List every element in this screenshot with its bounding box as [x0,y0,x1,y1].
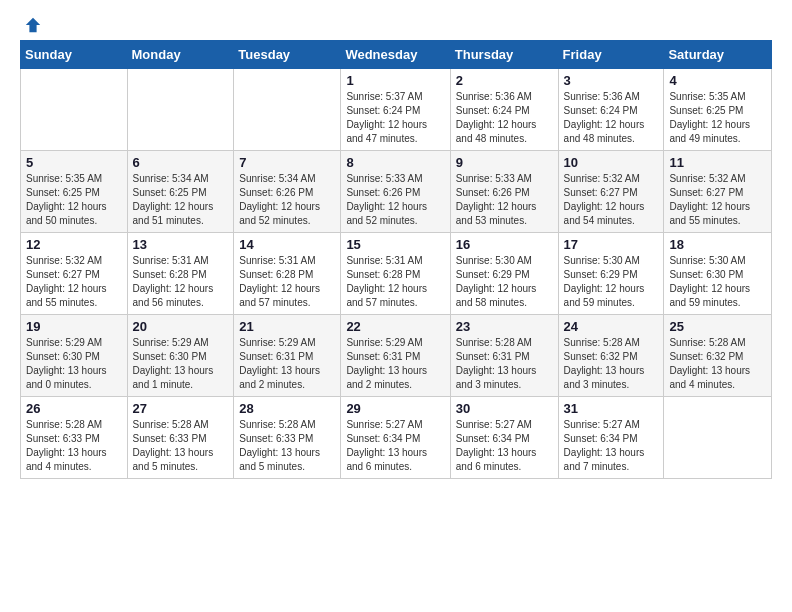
day-number: 21 [239,319,335,334]
day-header-monday: Monday [127,41,234,69]
day-number: 22 [346,319,444,334]
calendar-cell: 29Sunrise: 5:27 AM Sunset: 6:34 PM Dayli… [341,397,450,479]
day-info: Sunrise: 5:32 AM Sunset: 6:27 PM Dayligh… [669,172,766,228]
calendar-cell: 22Sunrise: 5:29 AM Sunset: 6:31 PM Dayli… [341,315,450,397]
day-header-saturday: Saturday [664,41,772,69]
calendar-cell: 10Sunrise: 5:32 AM Sunset: 6:27 PM Dayli… [558,151,664,233]
calendar-cell: 31Sunrise: 5:27 AM Sunset: 6:34 PM Dayli… [558,397,664,479]
logo-icon [24,16,42,34]
day-info: Sunrise: 5:33 AM Sunset: 6:26 PM Dayligh… [346,172,444,228]
calendar-week-5: 26Sunrise: 5:28 AM Sunset: 6:33 PM Dayli… [21,397,772,479]
day-number: 24 [564,319,659,334]
day-number: 15 [346,237,444,252]
day-number: 7 [239,155,335,170]
day-header-tuesday: Tuesday [234,41,341,69]
day-info: Sunrise: 5:35 AM Sunset: 6:25 PM Dayligh… [26,172,122,228]
calendar-cell: 11Sunrise: 5:32 AM Sunset: 6:27 PM Dayli… [664,151,772,233]
day-number: 17 [564,237,659,252]
calendar-header-row: SundayMondayTuesdayWednesdayThursdayFrid… [21,41,772,69]
day-info: Sunrise: 5:33 AM Sunset: 6:26 PM Dayligh… [456,172,553,228]
day-number: 16 [456,237,553,252]
page: SundayMondayTuesdayWednesdayThursdayFrid… [0,0,792,499]
day-info: Sunrise: 5:30 AM Sunset: 6:29 PM Dayligh… [564,254,659,310]
calendar-cell: 3Sunrise: 5:36 AM Sunset: 6:24 PM Daylig… [558,69,664,151]
day-number: 9 [456,155,553,170]
day-info: Sunrise: 5:30 AM Sunset: 6:30 PM Dayligh… [669,254,766,310]
day-number: 31 [564,401,659,416]
calendar-cell: 15Sunrise: 5:31 AM Sunset: 6:28 PM Dayli… [341,233,450,315]
day-number: 13 [133,237,229,252]
calendar-cell [234,69,341,151]
day-info: Sunrise: 5:27 AM Sunset: 6:34 PM Dayligh… [564,418,659,474]
svg-marker-0 [26,18,40,32]
calendar-week-1: 1Sunrise: 5:37 AM Sunset: 6:24 PM Daylig… [21,69,772,151]
day-info: Sunrise: 5:34 AM Sunset: 6:26 PM Dayligh… [239,172,335,228]
day-number: 18 [669,237,766,252]
day-info: Sunrise: 5:34 AM Sunset: 6:25 PM Dayligh… [133,172,229,228]
day-number: 23 [456,319,553,334]
calendar-cell: 9Sunrise: 5:33 AM Sunset: 6:26 PM Daylig… [450,151,558,233]
calendar-cell: 28Sunrise: 5:28 AM Sunset: 6:33 PM Dayli… [234,397,341,479]
day-info: Sunrise: 5:28 AM Sunset: 6:32 PM Dayligh… [564,336,659,392]
calendar-week-3: 12Sunrise: 5:32 AM Sunset: 6:27 PM Dayli… [21,233,772,315]
calendar-cell: 21Sunrise: 5:29 AM Sunset: 6:31 PM Dayli… [234,315,341,397]
day-number: 11 [669,155,766,170]
day-number: 14 [239,237,335,252]
calendar-cell: 16Sunrise: 5:30 AM Sunset: 6:29 PM Dayli… [450,233,558,315]
calendar-cell: 13Sunrise: 5:31 AM Sunset: 6:28 PM Dayli… [127,233,234,315]
day-info: Sunrise: 5:28 AM Sunset: 6:31 PM Dayligh… [456,336,553,392]
day-info: Sunrise: 5:36 AM Sunset: 6:24 PM Dayligh… [456,90,553,146]
calendar-cell: 5Sunrise: 5:35 AM Sunset: 6:25 PM Daylig… [21,151,128,233]
calendar-cell: 17Sunrise: 5:30 AM Sunset: 6:29 PM Dayli… [558,233,664,315]
day-number: 27 [133,401,229,416]
day-info: Sunrise: 5:31 AM Sunset: 6:28 PM Dayligh… [133,254,229,310]
calendar-cell: 23Sunrise: 5:28 AM Sunset: 6:31 PM Dayli… [450,315,558,397]
calendar-cell: 26Sunrise: 5:28 AM Sunset: 6:33 PM Dayli… [21,397,128,479]
calendar-cell: 20Sunrise: 5:29 AM Sunset: 6:30 PM Dayli… [127,315,234,397]
day-number: 29 [346,401,444,416]
day-info: Sunrise: 5:29 AM Sunset: 6:30 PM Dayligh… [26,336,122,392]
day-info: Sunrise: 5:28 AM Sunset: 6:33 PM Dayligh… [26,418,122,474]
day-header-wednesday: Wednesday [341,41,450,69]
day-number: 28 [239,401,335,416]
calendar-cell: 19Sunrise: 5:29 AM Sunset: 6:30 PM Dayli… [21,315,128,397]
day-info: Sunrise: 5:28 AM Sunset: 6:33 PM Dayligh… [133,418,229,474]
calendar-cell: 4Sunrise: 5:35 AM Sunset: 6:25 PM Daylig… [664,69,772,151]
day-info: Sunrise: 5:30 AM Sunset: 6:29 PM Dayligh… [456,254,553,310]
calendar-cell: 18Sunrise: 5:30 AM Sunset: 6:30 PM Dayli… [664,233,772,315]
day-number: 4 [669,73,766,88]
calendar-week-4: 19Sunrise: 5:29 AM Sunset: 6:30 PM Dayli… [21,315,772,397]
day-info: Sunrise: 5:37 AM Sunset: 6:24 PM Dayligh… [346,90,444,146]
day-info: Sunrise: 5:28 AM Sunset: 6:32 PM Dayligh… [669,336,766,392]
day-info: Sunrise: 5:31 AM Sunset: 6:28 PM Dayligh… [346,254,444,310]
day-number: 1 [346,73,444,88]
day-info: Sunrise: 5:29 AM Sunset: 6:31 PM Dayligh… [346,336,444,392]
calendar-cell: 1Sunrise: 5:37 AM Sunset: 6:24 PM Daylig… [341,69,450,151]
day-info: Sunrise: 5:35 AM Sunset: 6:25 PM Dayligh… [669,90,766,146]
calendar-cell: 2Sunrise: 5:36 AM Sunset: 6:24 PM Daylig… [450,69,558,151]
day-number: 19 [26,319,122,334]
logo-text [20,16,42,34]
calendar-cell [127,69,234,151]
day-info: Sunrise: 5:31 AM Sunset: 6:28 PM Dayligh… [239,254,335,310]
calendar-cell [21,69,128,151]
calendar-week-2: 5Sunrise: 5:35 AM Sunset: 6:25 PM Daylig… [21,151,772,233]
calendar-cell: 30Sunrise: 5:27 AM Sunset: 6:34 PM Dayli… [450,397,558,479]
calendar-cell: 14Sunrise: 5:31 AM Sunset: 6:28 PM Dayli… [234,233,341,315]
day-number: 30 [456,401,553,416]
day-number: 12 [26,237,122,252]
day-number: 10 [564,155,659,170]
day-number: 26 [26,401,122,416]
calendar-cell: 7Sunrise: 5:34 AM Sunset: 6:26 PM Daylig… [234,151,341,233]
calendar: SundayMondayTuesdayWednesdayThursdayFrid… [20,40,772,479]
day-number: 25 [669,319,766,334]
day-info: Sunrise: 5:27 AM Sunset: 6:34 PM Dayligh… [346,418,444,474]
day-header-friday: Friday [558,41,664,69]
calendar-cell: 6Sunrise: 5:34 AM Sunset: 6:25 PM Daylig… [127,151,234,233]
calendar-cell: 24Sunrise: 5:28 AM Sunset: 6:32 PM Dayli… [558,315,664,397]
calendar-cell: 8Sunrise: 5:33 AM Sunset: 6:26 PM Daylig… [341,151,450,233]
calendar-cell: 27Sunrise: 5:28 AM Sunset: 6:33 PM Dayli… [127,397,234,479]
calendar-cell [664,397,772,479]
header [20,16,772,30]
day-number: 8 [346,155,444,170]
